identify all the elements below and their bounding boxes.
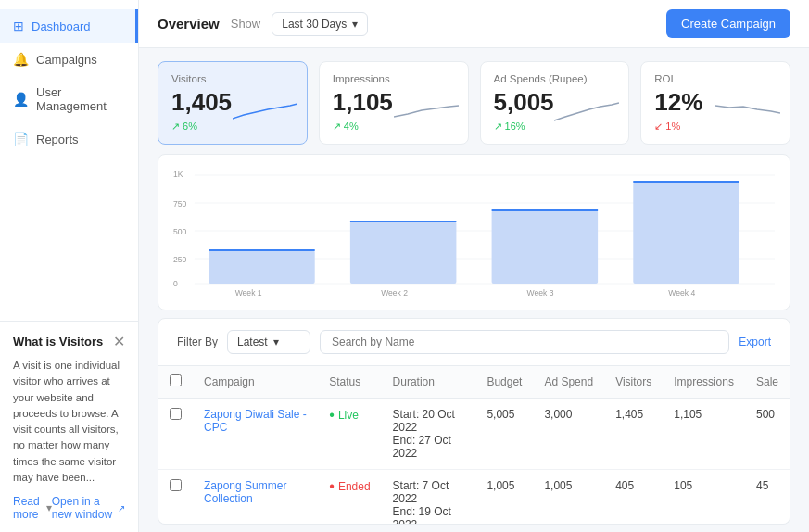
reports-icon: 📄 [13, 132, 29, 146]
external-link-icon: ↗ [118, 503, 125, 513]
page-title: Overview [158, 16, 220, 32]
svg-rect-16 [633, 182, 739, 284]
svg-rect-10 [209, 250, 315, 284]
duration-cell: Start: 20 Oct 2022End: 27 Oct 2022 [382, 399, 476, 470]
col-campaign: Campaign [193, 366, 318, 399]
svg-rect-14 [492, 210, 599, 284]
svg-rect-12 [350, 222, 457, 284]
tooltip-title: What is Visitors [13, 335, 103, 348]
col-impressions: Impressions [663, 366, 745, 399]
campaign-link[interactable]: Zapong Summer Collection [204, 479, 286, 505]
col-status: Status [318, 366, 381, 399]
table-row: Zapong Diwali Sale - CPC •Live Start: 20… [158, 399, 790, 470]
col-sale: Sale [745, 366, 790, 399]
table-header-row: Campaign Status Duration Budget Ad Spend… [158, 366, 790, 399]
svg-text:Week 3: Week 3 [527, 288, 554, 298]
svg-text:Week 2: Week 2 [381, 288, 408, 298]
impressions-sparkline [394, 98, 459, 129]
sidebar: ⊞ Dashboard 🔔 Campaigns 👤 User Managemen… [0, 0, 139, 532]
date-range-select[interactable]: Last 30 Days ▾ [272, 12, 368, 36]
metric-card-impressions: Impressions 1,105 ↗ 4% [319, 61, 469, 145]
duration-cell: Start: 7 Oct 2022End: 19 Oct 2022 [382, 470, 476, 526]
select-all-checkbox[interactable] [170, 374, 182, 386]
show-label: Show [231, 17, 261, 31]
header: Overview Show Last 30 Days ▾ Create Camp… [139, 0, 809, 48]
svg-text:750: 750 [173, 199, 186, 209]
date-range-value: Last 30 Days [282, 18, 347, 31]
visitors-sparkline [233, 98, 297, 129]
ad-spends-sparkline [554, 98, 619, 129]
sidebar-item-reports[interactable]: 📄 Reports [0, 122, 138, 156]
sidebar-item-label: Reports [36, 133, 79, 146]
main-content: Overview Show Last 30 Days ▾ Create Camp… [139, 0, 809, 532]
budget-cell: 5,005 [475, 399, 533, 470]
ad-spend-cell: 3,000 [533, 399, 604, 470]
col-visitors: Visitors [604, 366, 663, 399]
search-input[interactable] [320, 330, 729, 354]
campaigns-table: Campaign Status Duration Budget Ad Spend… [158, 366, 790, 525]
visitors-cell: 1,405 [604, 399, 663, 470]
svg-text:1K: 1K [173, 170, 183, 179]
svg-text:500: 500 [173, 227, 186, 236]
metric-card-visitors: Visitors 1,405 ↗ 6% [158, 61, 308, 145]
sidebar-item-user-management[interactable]: 👤 User Management [0, 76, 138, 122]
sidebar-item-label: Dashboard [32, 19, 91, 33]
svg-text:Week 4: Week 4 [668, 288, 695, 298]
status-badge: •Live [329, 408, 370, 423]
chart-svg: 1K 750 500 250 0 [173, 168, 775, 298]
row-checkbox[interactable] [170, 408, 182, 420]
visitors-cell: 405 [604, 470, 663, 526]
chevron-down-icon: ▾ [273, 336, 279, 348]
sidebar-item-dashboard[interactable]: ⊞ Dashboard [0, 9, 138, 43]
campaigns-icon: 🔔 [13, 52, 29, 67]
ad-spend-cell: 1,005 [533, 470, 604, 526]
row-checkbox[interactable] [170, 479, 182, 491]
metric-label: ROI [654, 73, 777, 84]
table-row: Zapong Summer Collection •Ended Start: 7… [158, 470, 790, 526]
col-duration: Duration [382, 366, 476, 399]
roi-sparkline [715, 98, 780, 129]
tooltip-panel: What is Visitors ✕ A visit is one indivi… [0, 321, 138, 532]
filter-row: Filter By Latest ▾ Export [158, 318, 790, 366]
sidebar-item-campaigns[interactable]: 🔔 Campaigns [0, 43, 138, 76]
metric-label: Impressions [333, 73, 455, 84]
content-area: Visitors 1,405 ↗ 6% Impressions 1,105 ↗ … [139, 48, 809, 532]
close-icon[interactable]: ✕ [113, 333, 125, 350]
dashboard-icon: ⊞ [13, 19, 24, 33]
user-icon: 👤 [13, 92, 29, 107]
svg-text:250: 250 [173, 255, 186, 264]
sidebar-item-label: Campaigns [36, 53, 97, 67]
read-more-link[interactable]: Read more [13, 495, 43, 521]
metric-label: Visitors [171, 73, 294, 84]
sidebar-item-label: User Management [36, 85, 125, 113]
metric-label: Ad Spends (Rupee) [494, 73, 616, 84]
impressions-cell: 1,105 [663, 399, 745, 470]
svg-text:0: 0 [173, 279, 178, 288]
metric-card-roi: ROI 12% ↙ 1% [640, 61, 790, 145]
col-budget: Budget [475, 366, 533, 399]
sale-cell: 45 [745, 470, 790, 526]
status-badge: •Ended [329, 479, 370, 494]
tooltip-text: A visit is one individual visitor who ar… [13, 358, 125, 486]
metric-card-ad-spends: Ad Spends (Rupee) 5,005 ↗ 16% [480, 61, 630, 145]
create-campaign-button[interactable]: Create Campaign [666, 9, 790, 38]
sale-cell: 500 [745, 399, 790, 470]
filter-selected-value: Latest [237, 336, 268, 348]
filter-by-label: Filter By [177, 336, 218, 348]
bar-chart: 1K 750 500 250 0 [158, 154, 790, 310]
col-ad-spend: Ad Spend [533, 366, 604, 399]
open-new-window-link[interactable]: Open in a new window ↗ [52, 495, 125, 521]
metrics-row: Visitors 1,405 ↗ 6% Impressions 1,105 ↗ … [139, 48, 809, 154]
chevron-down-icon: ▾ [352, 18, 358, 31]
budget-cell: 1,005 [475, 470, 533, 526]
export-button[interactable]: Export [739, 336, 771, 348]
campaign-link[interactable]: Zapong Diwali Sale - CPC [204, 408, 307, 434]
impressions-cell: 105 [663, 470, 745, 526]
open-new-window-label: Open in a new window [52, 495, 115, 521]
filter-select[interactable]: Latest ▾ [227, 330, 310, 354]
svg-text:Week 1: Week 1 [235, 288, 262, 298]
